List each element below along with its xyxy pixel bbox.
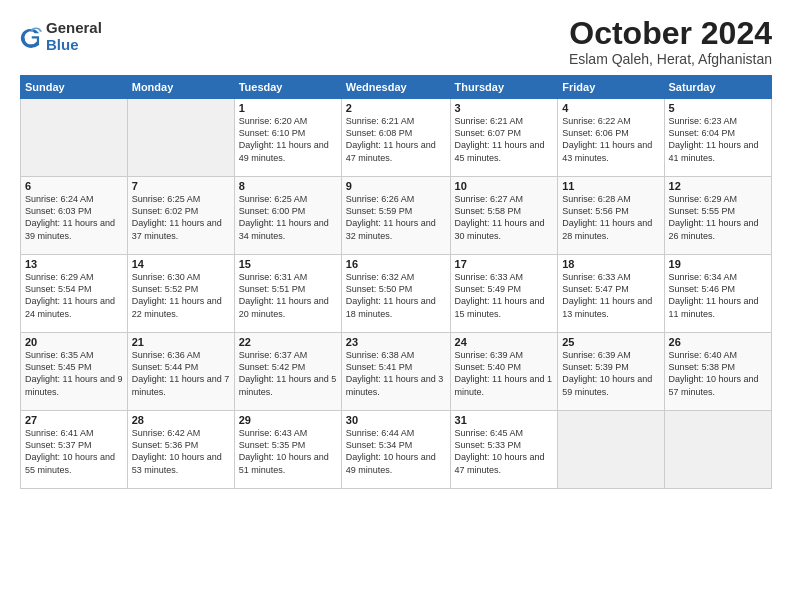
table-row	[127, 99, 234, 177]
day-detail: Sunrise: 6:32 AMSunset: 5:50 PMDaylight:…	[346, 271, 446, 320]
day-detail: Sunrise: 6:23 AMSunset: 6:04 PMDaylight:…	[669, 115, 767, 164]
day-detail: Sunrise: 6:38 AMSunset: 5:41 PMDaylight:…	[346, 349, 446, 398]
table-row: 7Sunrise: 6:25 AMSunset: 6:02 PMDaylight…	[127, 177, 234, 255]
day-number: 22	[239, 336, 337, 348]
day-detail: Sunrise: 6:35 AMSunset: 5:45 PMDaylight:…	[25, 349, 123, 398]
day-detail: Sunrise: 6:28 AMSunset: 5:56 PMDaylight:…	[562, 193, 659, 242]
table-row: 8Sunrise: 6:25 AMSunset: 6:00 PMDaylight…	[234, 177, 341, 255]
table-row: 18Sunrise: 6:33 AMSunset: 5:47 PMDayligh…	[558, 255, 664, 333]
col-wednesday: Wednesday	[341, 76, 450, 99]
day-number: 2	[346, 102, 446, 114]
table-row: 29Sunrise: 6:43 AMSunset: 5:35 PMDayligh…	[234, 411, 341, 489]
col-sunday: Sunday	[21, 76, 128, 99]
table-row: 13Sunrise: 6:29 AMSunset: 5:54 PMDayligh…	[21, 255, 128, 333]
day-detail: Sunrise: 6:33 AMSunset: 5:49 PMDaylight:…	[455, 271, 554, 320]
logo-general-text: General	[46, 20, 102, 37]
day-detail: Sunrise: 6:29 AMSunset: 5:55 PMDaylight:…	[669, 193, 767, 242]
day-number: 16	[346, 258, 446, 270]
table-row: 26Sunrise: 6:40 AMSunset: 5:38 PMDayligh…	[664, 333, 771, 411]
day-number: 1	[239, 102, 337, 114]
day-detail: Sunrise: 6:40 AMSunset: 5:38 PMDaylight:…	[669, 349, 767, 398]
page: General Blue October 2024 Eslam Qaleh, H…	[0, 0, 792, 612]
col-tuesday: Tuesday	[234, 76, 341, 99]
day-detail: Sunrise: 6:21 AMSunset: 6:08 PMDaylight:…	[346, 115, 446, 164]
day-number: 25	[562, 336, 659, 348]
table-row: 14Sunrise: 6:30 AMSunset: 5:52 PMDayligh…	[127, 255, 234, 333]
day-detail: Sunrise: 6:29 AMSunset: 5:54 PMDaylight:…	[25, 271, 123, 320]
day-detail: Sunrise: 6:22 AMSunset: 6:06 PMDaylight:…	[562, 115, 659, 164]
table-row: 9Sunrise: 6:26 AMSunset: 5:59 PMDaylight…	[341, 177, 450, 255]
table-row: 30Sunrise: 6:44 AMSunset: 5:34 PMDayligh…	[341, 411, 450, 489]
day-detail: Sunrise: 6:25 AMSunset: 6:00 PMDaylight:…	[239, 193, 337, 242]
col-saturday: Saturday	[664, 76, 771, 99]
header: General Blue October 2024 Eslam Qaleh, H…	[20, 16, 772, 67]
day-detail: Sunrise: 6:36 AMSunset: 5:44 PMDaylight:…	[132, 349, 230, 398]
day-detail: Sunrise: 6:27 AMSunset: 5:58 PMDaylight:…	[455, 193, 554, 242]
day-number: 27	[25, 414, 123, 426]
logo-text: General Blue	[46, 20, 102, 53]
day-number: 5	[669, 102, 767, 114]
day-number: 4	[562, 102, 659, 114]
day-number: 7	[132, 180, 230, 192]
table-row: 25Sunrise: 6:39 AMSunset: 5:39 PMDayligh…	[558, 333, 664, 411]
day-number: 6	[25, 180, 123, 192]
day-number: 10	[455, 180, 554, 192]
table-row: 10Sunrise: 6:27 AMSunset: 5:58 PMDayligh…	[450, 177, 558, 255]
day-detail: Sunrise: 6:24 AMSunset: 6:03 PMDaylight:…	[25, 193, 123, 242]
logo: General Blue	[20, 20, 102, 53]
day-detail: Sunrise: 6:42 AMSunset: 5:36 PMDaylight:…	[132, 427, 230, 476]
col-friday: Friday	[558, 76, 664, 99]
day-detail: Sunrise: 6:41 AMSunset: 5:37 PMDaylight:…	[25, 427, 123, 476]
day-number: 26	[669, 336, 767, 348]
col-thursday: Thursday	[450, 76, 558, 99]
table-row: 28Sunrise: 6:42 AMSunset: 5:36 PMDayligh…	[127, 411, 234, 489]
day-detail: Sunrise: 6:39 AMSunset: 5:39 PMDaylight:…	[562, 349, 659, 398]
table-row: 17Sunrise: 6:33 AMSunset: 5:49 PMDayligh…	[450, 255, 558, 333]
calendar-week-row: 1Sunrise: 6:20 AMSunset: 6:10 PMDaylight…	[21, 99, 772, 177]
month-title: October 2024	[569, 16, 772, 51]
calendar-week-row: 27Sunrise: 6:41 AMSunset: 5:37 PMDayligh…	[21, 411, 772, 489]
day-detail: Sunrise: 6:26 AMSunset: 5:59 PMDaylight:…	[346, 193, 446, 242]
table-row: 5Sunrise: 6:23 AMSunset: 6:04 PMDaylight…	[664, 99, 771, 177]
day-number: 23	[346, 336, 446, 348]
day-number: 15	[239, 258, 337, 270]
table-row: 23Sunrise: 6:38 AMSunset: 5:41 PMDayligh…	[341, 333, 450, 411]
title-block: October 2024 Eslam Qaleh, Herat, Afghani…	[569, 16, 772, 67]
table-row: 19Sunrise: 6:34 AMSunset: 5:46 PMDayligh…	[664, 255, 771, 333]
table-row: 12Sunrise: 6:29 AMSunset: 5:55 PMDayligh…	[664, 177, 771, 255]
day-number: 12	[669, 180, 767, 192]
day-detail: Sunrise: 6:33 AMSunset: 5:47 PMDaylight:…	[562, 271, 659, 320]
table-row: 1Sunrise: 6:20 AMSunset: 6:10 PMDaylight…	[234, 99, 341, 177]
day-number: 13	[25, 258, 123, 270]
day-number: 3	[455, 102, 554, 114]
table-row: 31Sunrise: 6:45 AMSunset: 5:33 PMDayligh…	[450, 411, 558, 489]
day-number: 29	[239, 414, 337, 426]
day-number: 9	[346, 180, 446, 192]
day-number: 17	[455, 258, 554, 270]
table-row: 20Sunrise: 6:35 AMSunset: 5:45 PMDayligh…	[21, 333, 128, 411]
day-number: 11	[562, 180, 659, 192]
logo-blue-text: Blue	[46, 37, 102, 54]
day-detail: Sunrise: 6:44 AMSunset: 5:34 PMDaylight:…	[346, 427, 446, 476]
day-detail: Sunrise: 6:34 AMSunset: 5:46 PMDaylight:…	[669, 271, 767, 320]
calendar-header-row: Sunday Monday Tuesday Wednesday Thursday…	[21, 76, 772, 99]
day-detail: Sunrise: 6:43 AMSunset: 5:35 PMDaylight:…	[239, 427, 337, 476]
day-number: 20	[25, 336, 123, 348]
day-number: 8	[239, 180, 337, 192]
table-row	[664, 411, 771, 489]
table-row: 6Sunrise: 6:24 AMSunset: 6:03 PMDaylight…	[21, 177, 128, 255]
day-detail: Sunrise: 6:31 AMSunset: 5:51 PMDaylight:…	[239, 271, 337, 320]
day-detail: Sunrise: 6:37 AMSunset: 5:42 PMDaylight:…	[239, 349, 337, 398]
table-row: 27Sunrise: 6:41 AMSunset: 5:37 PMDayligh…	[21, 411, 128, 489]
table-row: 16Sunrise: 6:32 AMSunset: 5:50 PMDayligh…	[341, 255, 450, 333]
table-row: 11Sunrise: 6:28 AMSunset: 5:56 PMDayligh…	[558, 177, 664, 255]
day-detail: Sunrise: 6:39 AMSunset: 5:40 PMDaylight:…	[455, 349, 554, 398]
calendar: Sunday Monday Tuesday Wednesday Thursday…	[20, 75, 772, 489]
table-row: 24Sunrise: 6:39 AMSunset: 5:40 PMDayligh…	[450, 333, 558, 411]
day-detail: Sunrise: 6:21 AMSunset: 6:07 PMDaylight:…	[455, 115, 554, 164]
table-row	[21, 99, 128, 177]
table-row: 3Sunrise: 6:21 AMSunset: 6:07 PMDaylight…	[450, 99, 558, 177]
table-row: 2Sunrise: 6:21 AMSunset: 6:08 PMDaylight…	[341, 99, 450, 177]
day-detail: Sunrise: 6:30 AMSunset: 5:52 PMDaylight:…	[132, 271, 230, 320]
table-row: 21Sunrise: 6:36 AMSunset: 5:44 PMDayligh…	[127, 333, 234, 411]
